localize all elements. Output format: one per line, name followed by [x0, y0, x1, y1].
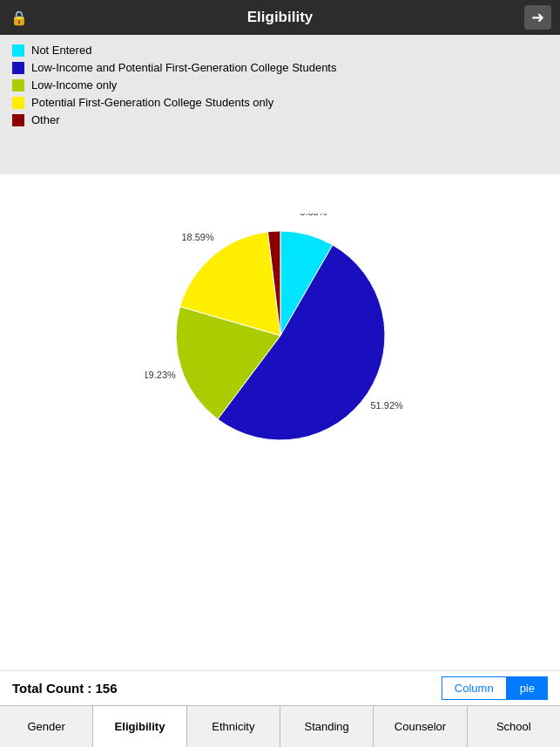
nav-item-counselor[interactable]: Counselor [374, 706, 467, 747]
column-view-button[interactable]: Column [442, 676, 507, 700]
legend-label: Low-Income and Potential First-Generatio… [31, 61, 336, 74]
nav-item-gender[interactable]: Gender [0, 706, 93, 747]
back-button[interactable]: ➜ [524, 5, 551, 30]
legend-item: Other [12, 113, 548, 126]
legend-item: Low-Income only [12, 78, 548, 92]
nav-item-school[interactable]: School [468, 706, 560, 747]
legend-color-swatch [12, 114, 24, 126]
lock-icon: 🔒 [10, 10, 28, 26]
legend-label: Other [31, 113, 60, 126]
legend-label: Not Entered [31, 44, 91, 57]
bottom-navigation: GenderEligibilityEthnicityStandingCounse… [0, 705, 560, 747]
chart-legend: Not EnteredLow-Income and Potential Firs… [0, 35, 560, 174]
chart-area: 8.33%51.92%19.23%18.59%1.92% [0, 174, 560, 497]
legend-item: Not Entered [12, 44, 548, 57]
view-toggle: Column pie [442, 676, 548, 700]
nav-item-standing[interactable]: Standing [280, 706, 374, 747]
nav-item-eligibility[interactable]: Eligibility [93, 706, 186, 747]
nav-item-ethnicity[interactable]: Ethnicity [187, 706, 280, 747]
pie-chart: 8.33%51.92%19.23%18.59%1.92% [145, 214, 415, 458]
page-title: Eligibility [247, 9, 314, 26]
legend-color-swatch [12, 79, 24, 92]
legend-color-swatch [12, 44, 24, 57]
footer-stats: Total Count : 156 Column pie [0, 670, 560, 705]
legend-color-swatch [12, 97, 24, 109]
pie-view-button[interactable]: pie [507, 676, 548, 700]
legend-label: Low-Income only [31, 78, 117, 92]
pie-label: 18.59% [181, 232, 214, 242]
legend-item: Low-Income and Potential First-Generatio… [12, 61, 548, 74]
legend-label: Potential First-Generation College Stude… [31, 96, 273, 109]
app-header: 🔒 Eligibility ➜ [0, 0, 560, 35]
legend-color-swatch [12, 62, 24, 74]
total-count: Total Count : 156 [12, 681, 442, 696]
pie-label: 51.92% [370, 400, 403, 411]
pie-label: 8.33% [300, 214, 327, 216]
legend-item: Potential First-Generation College Stude… [12, 96, 548, 109]
pie-label: 19.23% [145, 370, 176, 380]
